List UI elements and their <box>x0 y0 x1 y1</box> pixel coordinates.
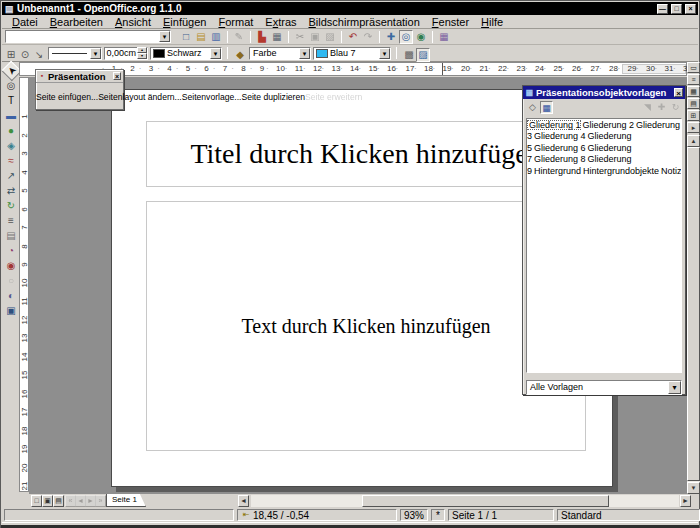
gallery-icon[interactable]: ▦ <box>437 30 451 44</box>
connector-tool-icon[interactable]: ⇄ <box>4 184 19 198</box>
close-button[interactable]: × <box>674 88 683 97</box>
paste-icon[interactable]: ▨ <box>323 30 337 44</box>
notes-view-icon[interactable]: ▤ <box>687 98 700 109</box>
ellipse-tool-icon[interactable]: ● <box>4 124 19 138</box>
lines-arrows-tool-icon[interactable]: ↗ <box>4 169 19 183</box>
style-filter-combobox[interactable]: Alle Vorlagen ▾ <box>526 380 682 395</box>
vertical-ruler[interactable]: 123456789101112131415161718192021 <box>19 77 29 492</box>
slides-view-icon[interactable]: ▦ <box>687 86 700 97</box>
export-pdf-icon[interactable]: ▙ <box>255 30 269 44</box>
line-style-combobox[interactable]: ▾ <box>48 47 102 60</box>
style-item[interactable]: Gliederung 8 <box>532 154 586 164</box>
vertical-scrollbar-thumb[interactable] <box>687 147 700 481</box>
menu-bildschirmprsentation[interactable]: Bildschirmpräsentation <box>303 16 426 28</box>
line-color-combobox[interactable]: Schwarz ▾ <box>150 47 222 60</box>
glue-points-icon[interactable]: ⊙ <box>18 48 32 62</box>
text-tool-icon[interactable]: T <box>4 94 19 108</box>
dropdown-arrow-icon[interactable]: ▾ <box>379 48 390 59</box>
fill-type-combobox[interactable]: Farbe ▾ <box>249 47 311 60</box>
stylist-titlebar[interactable]: ▦ Präsentationsobjektvorlagen × <box>523 86 685 99</box>
save-icon[interactable]: ▥ <box>209 30 223 44</box>
maximize-button[interactable]: □ <box>671 4 682 14</box>
arrow-style-icon[interactable]: ↘ <box>32 48 46 62</box>
undo-icon[interactable]: ↶ <box>346 30 360 44</box>
menu-extras[interactable]: Extras <box>259 16 302 28</box>
3d-controller-tool-icon[interactable]: ◐ <box>4 289 19 303</box>
palette-item[interactable]: Seite einfügen... <box>36 92 98 102</box>
effects-tool-icon[interactable]: ◔ <box>4 244 19 258</box>
palette-item[interactable]: Seitenlayout ändern... <box>98 92 182 102</box>
style-item[interactable]: Gliederung 6 <box>532 143 586 153</box>
page-tab[interactable]: Seite 1 <box>106 494 146 507</box>
animation-tool-icon[interactable]: ○ <box>4 274 19 288</box>
3d-objects-tool-icon[interactable]: ◈ <box>4 139 19 153</box>
page-mode-icon[interactable]: □ <box>31 495 42 507</box>
slideshow-view-icon[interactable]: ▸ <box>687 122 700 133</box>
copy-icon[interactable]: ▣ <box>308 30 322 44</box>
palette-item[interactable]: Seitenvorlage... <box>182 92 242 102</box>
dropdown-arrow-icon[interactable]: ▾ <box>159 31 170 42</box>
zoom-icon[interactable]: ◎ <box>399 30 413 44</box>
title-placeholder[interactable]: Titel durch Klicken hinzufügen <box>146 121 586 187</box>
alignment-tool-icon[interactable]: ≡ <box>4 214 19 228</box>
close-button[interactable]: × <box>685 4 696 14</box>
titlebar[interactable]: ▤ Unbenannt1 - OpenOffice.org 1.1.0 — □ … <box>2 2 698 15</box>
redo-icon[interactable]: ↷ <box>361 30 375 44</box>
scroll-down-icon[interactable]: ▼ <box>687 482 700 494</box>
style-item[interactable]: Hintergrund <box>532 166 581 176</box>
minimize-button[interactable]: — <box>657 4 668 14</box>
handout-view-icon[interactable]: ⊞ <box>687 110 700 121</box>
layer-mode-icon[interactable]: ▤ <box>53 495 64 507</box>
url-input[interactable] <box>6 32 159 42</box>
interaction-tool-icon[interactable]: ◉ <box>4 259 19 273</box>
rectangle-tool-icon[interactable]: ▬ <box>4 109 19 123</box>
graphic-styles-icon[interactable]: ◇ <box>526 101 539 114</box>
hyperlink-icon[interactable]: ◉ <box>414 30 428 44</box>
close-button[interactable]: × <box>113 72 121 80</box>
presentation-palette-titlebar[interactable]: ▪ Präsentation × <box>36 70 123 83</box>
fill-format-icon[interactable]: ◥ <box>641 101 654 114</box>
style-item[interactable]: Gliederung 1 <box>527 120 581 130</box>
menu-bearbeiten[interactable]: Bearbeiten <box>44 16 109 28</box>
arrange-tool-icon[interactable]: ▤ <box>4 229 19 243</box>
dropdown-arrow-icon[interactable]: ▾ <box>210 48 221 59</box>
last-page-icon[interactable]: » <box>95 495 106 507</box>
scroll-left-icon[interactable]: ◄ <box>238 495 249 507</box>
menu-ansicht[interactable]: Ansicht <box>109 16 157 28</box>
statusbar-template-field[interactable]: Standard <box>557 509 700 521</box>
new-style-icon[interactable]: ✚ <box>655 101 668 114</box>
dropdown-arrow-icon[interactable]: ▾ <box>299 48 310 59</box>
cut-icon[interactable]: ✂ <box>293 30 307 44</box>
url-combobox[interactable]: ▾ <box>5 30 171 43</box>
style-item[interactable]: Gliederung 2 <box>581 120 635 130</box>
horizontal-scrollbar-thumb[interactable] <box>362 495 609 507</box>
style-item[interactable]: Hintergrundobjekte <box>581 166 659 176</box>
shadow-icon[interactable]: ▩ <box>402 48 416 62</box>
style-item[interactable]: Notizen <box>659 166 682 176</box>
fill-color-combobox[interactable]: Blau 7 ▾ <box>313 47 391 60</box>
menu-datei[interactable]: Datei <box>6 16 44 28</box>
statusbar-position-field[interactable]: ⇤ 18,45 / -0,54 <box>237 509 397 521</box>
line-width-stepper[interactable]: 0,00cm ▴ ▾ <box>104 47 148 60</box>
fontwork-icon[interactable]: ▨ <box>416 48 430 62</box>
spin-down-icon[interactable]: ▾ <box>137 53 147 59</box>
menu-format[interactable]: Format <box>212 16 259 28</box>
dropdown-arrow-icon[interactable]: ▾ <box>668 381 681 394</box>
menu-hilfe[interactable]: Hilfe <box>475 16 509 28</box>
body-placeholder[interactable]: Text durch Klicken hinzufügen <box>146 201 586 451</box>
presentation-styles-icon[interactable]: ▦ <box>540 101 553 114</box>
update-style-icon[interactable]: ↻ <box>669 101 682 114</box>
drawing-view-icon[interactable]: ▭ <box>687 62 700 73</box>
menu-einfgen[interactable]: Einfügen <box>157 16 212 28</box>
palette-item[interactable]: Seite duplizieren <box>241 92 305 102</box>
scroll-right-icon[interactable]: ► <box>680 495 691 507</box>
statusbar-zoom-field[interactable]: 93% <box>400 509 428 521</box>
statusbar-page-field[interactable]: Seite 1 / 1 <box>448 509 554 521</box>
master-mode-icon[interactable]: ▣ <box>42 495 53 507</box>
area-style-icon[interactable]: ◆ <box>233 48 247 62</box>
scroll-up-icon[interactable]: ▲ <box>687 135 700 147</box>
curve-tool-icon[interactable]: ≈ <box>4 154 19 168</box>
navigator-icon[interactable]: ✚ <box>384 30 398 44</box>
rotate-tool-icon[interactable]: ↻ <box>4 199 19 213</box>
vertical-scrollbar[interactable]: ▲ ▼ <box>687 135 700 494</box>
